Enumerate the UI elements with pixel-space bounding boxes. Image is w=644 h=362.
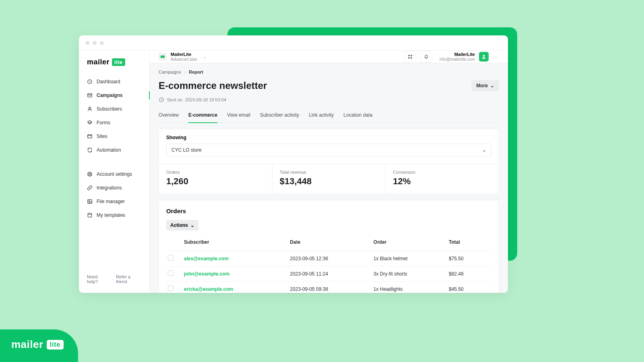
window-close-dot[interactable] bbox=[85, 41, 89, 45]
actions-button[interactable]: Actions ⌄ bbox=[166, 220, 198, 230]
account-switcher[interactable]: MailerLite Advanced plan ⌄ bbox=[159, 52, 208, 61]
window-max-dot[interactable] bbox=[100, 41, 104, 45]
app-window: mailer lite Dashboard Campaigns Subscrib… bbox=[79, 35, 508, 293]
apps-button[interactable] bbox=[404, 51, 416, 63]
stat-value: $13,448 bbox=[280, 176, 378, 187]
actions-button-label: Actions bbox=[170, 222, 188, 228]
layers-icon bbox=[87, 120, 93, 125]
tab-ecommerce[interactable]: E-commerce bbox=[188, 108, 217, 123]
chevron-down-icon: ⌄ bbox=[493, 55, 499, 59]
sidebar-item-label: Subscribers bbox=[97, 106, 122, 112]
refer-link[interactable]: Refer a friend bbox=[116, 274, 141, 284]
user-name: MailerLite bbox=[454, 52, 475, 57]
sidebar-item-label: Automation bbox=[97, 147, 121, 153]
sidebar-item-subscribers[interactable]: Subscribers bbox=[79, 103, 149, 115]
stat-orders: Orders 1,260 bbox=[159, 164, 272, 194]
sidebar-item-label: Dashboard bbox=[97, 79, 120, 84]
tab-location-data[interactable]: Location data bbox=[343, 108, 372, 123]
user-menu[interactable]: MailerLite info@mailerlite.com ⌄ bbox=[440, 52, 499, 62]
stat-revenue: Total revenue $13,448 bbox=[272, 164, 386, 194]
user-icon bbox=[87, 106, 93, 112]
account-plan: Advanced plan bbox=[171, 57, 197, 62]
store-select[interactable]: CYC LO store ⌄ bbox=[166, 144, 491, 156]
sidebar-item-forms[interactable]: Forms bbox=[79, 116, 149, 129]
sidebar-item-dashboard[interactable]: Dashboard bbox=[79, 75, 149, 88]
chevron-down-icon: ⌄ bbox=[482, 147, 486, 153]
sidebar-item-label: Campaigns bbox=[97, 93, 123, 98]
sidebar-item-label: Sites bbox=[97, 134, 107, 139]
notifications-button[interactable] bbox=[420, 51, 432, 63]
tab-view-email[interactable]: View email bbox=[227, 108, 250, 123]
orders-title: Orders bbox=[166, 208, 491, 214]
sidebar-item-label: Integrations bbox=[97, 185, 122, 191]
svg-point-6 bbox=[89, 201, 89, 202]
table-row: ericka@example.com 2023-09-05 09:38 1x H… bbox=[166, 282, 491, 293]
sidebar-item-campaigns[interactable]: Campaigns bbox=[79, 89, 149, 102]
tab-subscriber-activity[interactable]: Subscriber activity bbox=[260, 108, 299, 123]
svg-rect-3 bbox=[88, 135, 92, 138]
stat-value: 1,260 bbox=[166, 176, 265, 187]
sidebar-item-integrations[interactable]: Integrations bbox=[79, 181, 149, 194]
subscriber-link[interactable]: alex@example.com bbox=[184, 256, 229, 261]
clock-icon bbox=[87, 79, 93, 84]
sent-timestamp: 2023-09-18 19:53:04 bbox=[185, 97, 226, 102]
subscriber-link[interactable]: john@example.com bbox=[184, 271, 229, 277]
watermark-badge: mailer lite bbox=[0, 329, 78, 362]
cell-total: $45.50 bbox=[447, 282, 491, 293]
sidebar-item-label: My templates bbox=[97, 212, 125, 218]
row-checkbox[interactable] bbox=[168, 270, 173, 276]
window-min-dot[interactable] bbox=[93, 41, 97, 45]
stat-label: Total revenue bbox=[280, 170, 378, 175]
subscriber-link[interactable]: ericka@example.com bbox=[184, 286, 233, 292]
chevron-down-icon: ⌄ bbox=[490, 83, 494, 88]
cell-date: 2023-09-05 11:24 bbox=[288, 266, 372, 282]
page-title: E-commerce newsletter bbox=[159, 80, 267, 91]
user-email: info@mailerlite.com bbox=[440, 57, 475, 62]
store-select-value: CYC LO store bbox=[171, 147, 202, 153]
brand-name: mailer bbox=[11, 338, 43, 351]
chevron-right-icon: › bbox=[184, 70, 186, 74]
more-button[interactable]: More ⌄ bbox=[471, 80, 499, 91]
tab-overview[interactable]: Overview bbox=[159, 108, 179, 123]
row-checkbox[interactable] bbox=[168, 255, 173, 261]
stat-label: Conversion bbox=[393, 170, 491, 175]
sidebar-item-account-settings[interactable]: Account settings bbox=[79, 168, 149, 181]
window-titlebar bbox=[79, 35, 508, 51]
cell-total: $75.50 bbox=[447, 251, 491, 266]
sidebar-item-label: Account settings bbox=[97, 171, 132, 177]
tab-link-activity[interactable]: Link activity bbox=[309, 108, 334, 123]
template-icon bbox=[87, 212, 93, 218]
refresh-icon bbox=[87, 147, 93, 153]
orders-table: Subscriber Date Order Total alex@example… bbox=[166, 236, 491, 293]
svg-rect-7 bbox=[88, 213, 91, 217]
brand-badge: lite bbox=[112, 58, 125, 66]
svg-rect-11 bbox=[411, 57, 412, 59]
sidebar-item-sites[interactable]: Sites bbox=[79, 130, 149, 143]
tab-label: Subscriber activity bbox=[260, 112, 299, 118]
sidebar-item-my-templates[interactable]: My templates bbox=[79, 209, 149, 222]
svg-rect-9 bbox=[411, 55, 412, 56]
row-checkbox[interactable] bbox=[168, 286, 173, 291]
breadcrumb-root[interactable]: Campaigns bbox=[159, 70, 181, 74]
more-button-label: More bbox=[476, 83, 488, 88]
svg-point-2 bbox=[89, 107, 91, 109]
avatar bbox=[479, 52, 489, 62]
svg-point-4 bbox=[89, 173, 91, 175]
svg-rect-10 bbox=[408, 57, 410, 59]
sidebar-item-file-manager[interactable]: File manager bbox=[79, 195, 149, 208]
sidebar-item-label: Forms bbox=[97, 120, 110, 125]
sidebar-footer: Need help? · Refer a friend bbox=[79, 274, 149, 289]
sidebar-item-automation[interactable]: Automation bbox=[79, 144, 149, 156]
cell-date: 2023-09-05 09:38 bbox=[288, 282, 372, 293]
chevron-down-icon: ⌄ bbox=[190, 222, 194, 228]
chevron-down-icon: ⌄ bbox=[201, 55, 208, 59]
orders-card: Orders Actions ⌄ Subscriber Date Order bbox=[159, 200, 499, 293]
grid-icon bbox=[407, 54, 413, 60]
account-name: MailerLite bbox=[171, 52, 197, 57]
help-link[interactable]: Need help? bbox=[87, 274, 108, 284]
breadcrumb: Campaigns › Report bbox=[159, 70, 499, 74]
stat-label: Orders bbox=[166, 170, 265, 175]
col-date: Date bbox=[288, 236, 372, 251]
col-total: Total bbox=[447, 236, 491, 251]
tab-label: E-commerce bbox=[188, 112, 217, 118]
